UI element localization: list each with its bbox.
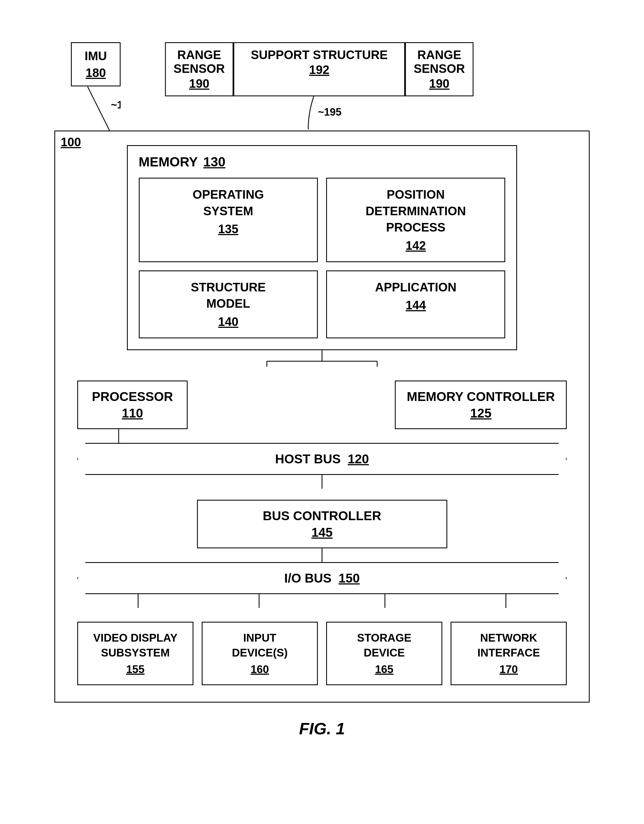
storage-device-num: 165 <box>331 662 437 676</box>
video-display-box: VIDEO DISPLAYSUBSYSTEM 155 <box>77 622 194 685</box>
host-bus-num: 120 <box>348 452 369 466</box>
imu-group: IMU 180 ~185 <box>71 42 121 131</box>
iobus-devices-svg <box>80 594 564 608</box>
proc-to-hostbus-connector <box>72 429 572 443</box>
imu-box: IMU 180 <box>71 42 121 86</box>
hostbus-busctrl-svg <box>311 475 333 489</box>
figure-label: FIG. 1 <box>54 719 590 738</box>
os-num: 135 <box>145 221 312 237</box>
os-label: OPERATINGSYSTEM <box>192 188 264 217</box>
memory-grid: OPERATINGSYSTEM 135 POSITIONDETERMINATIO… <box>139 178 506 338</box>
network-interface-label: NETWORKINTERFACE <box>477 632 540 659</box>
busctrl-to-iobus-connector <box>72 548 572 562</box>
pdp-num: 142 <box>332 237 499 254</box>
wire-195-label: ~195 <box>318 106 341 118</box>
memory-title: MEMORY 130 <box>139 154 506 169</box>
input-device-box: INPUTDEVICE(S) 160 <box>202 622 318 685</box>
host-bus-box: HOST BUS 120 <box>77 443 567 475</box>
bottom-devices-row: VIDEO DISPLAYSUBSYSTEM 155 INPUTDEVICE(S… <box>77 622 567 685</box>
application-label: APPLICATION <box>375 280 456 294</box>
input-device-num: 160 <box>207 662 313 676</box>
host-bus-label: HOST BUS <box>275 452 348 466</box>
support-structure-num: 192 <box>251 63 388 77</box>
pdp-label: POSITIONDETERMINATIONPROCESS <box>366 188 466 234</box>
bus-controller-num: 145 <box>214 525 430 540</box>
top-devices-row: IMU 180 ~185 RANGESENSOR 190 SUPP <box>54 42 590 131</box>
memory-item-os: OPERATINGSYSTEM 135 <box>139 178 318 262</box>
memory-controller-num: 125 <box>407 406 555 421</box>
main-computer-box: 100 MEMORY 130 OPERATINGSYSTEM 135 POSIT… <box>54 131 590 703</box>
video-display-label: VIDEO DISPLAYSUBSYSTEM <box>93 632 177 659</box>
io-bus-num: 150 <box>338 571 360 585</box>
structure-model-label: STRUCTUREMODEL <box>191 280 266 310</box>
mem-connector <box>72 350 572 367</box>
bus-controller-box: BUS CONTROLLER 145 <box>197 500 447 548</box>
memory-num: 130 <box>203 154 226 169</box>
center-support-group: RANGESENSOR 190 SUPPORT STRUCTURE 192 RA… <box>165 42 473 129</box>
memory-box: MEMORY 130 OPERATINGSYSTEM 135 POSITIOND… <box>127 145 517 350</box>
memory-label: MEMORY <box>139 154 198 169</box>
range-sensor-left-box: RANGESENSOR 190 <box>165 42 234 96</box>
processor-box: PROCESSOR 110 <box>77 381 188 429</box>
hostbus-to-busctrl-connector <box>72 475 572 489</box>
range-sensor-right-num: 190 <box>413 77 465 91</box>
imu-label: IMU <box>85 49 107 63</box>
application-num: 144 <box>332 297 499 313</box>
range-sensor-right-label: RANGESENSOR <box>413 48 465 75</box>
proc-to-hostbus-svg <box>108 429 130 443</box>
storage-device-box: STORAGEDEVICE 165 <box>326 622 442 685</box>
mem-to-proc-svg <box>239 350 405 367</box>
diagram-area: IMU 180 ~185 RANGESENSOR 190 SUPP <box>54 42 590 782</box>
wire-185-label: ~185 <box>111 99 121 111</box>
storage-device-label: STORAGEDEVICE <box>357 632 411 659</box>
imu-num: 180 <box>80 65 112 81</box>
video-display-num: 155 <box>83 662 188 676</box>
io-bus-box: I/O BUS 150 <box>77 562 567 594</box>
range-sensor-left-label: RANGESENSOR <box>174 48 225 75</box>
page: IMU 180 ~185 RANGESENSOR 190 SUPP <box>32 26 612 798</box>
range-sensor-left-num: 190 <box>174 77 225 91</box>
memory-item-application: APPLICATION 144 <box>326 271 505 338</box>
proc-row: PROCESSOR 110 MEMORY CONTROLLER 125 <box>72 381 572 429</box>
processor-label: PROCESSOR <box>92 389 173 404</box>
memory-controller-label: MEMORY CONTROLLER <box>407 389 555 404</box>
support-structure-label: SUPPORT STRUCTURE <box>251 48 388 61</box>
imu-wire-svg: ~185 <box>88 86 121 131</box>
bus-controller-label: BUS CONTROLLER <box>263 509 381 523</box>
iobus-to-devices-connector <box>72 594 572 608</box>
structure-model-num: 140 <box>145 314 312 330</box>
memory-controller-box: MEMORY CONTROLLER 125 <box>395 381 567 429</box>
memory-item-pdp: POSITIONDETERMINATIONPROCESS 142 <box>326 178 505 262</box>
processor-num: 110 <box>92 406 173 421</box>
io-bus-label: I/O BUS <box>284 571 338 585</box>
support-structure-box: SUPPORT STRUCTURE 192 <box>234 42 405 96</box>
main-box-num: 100 <box>61 135 81 149</box>
busctrl-iobus-svg <box>311 548 333 562</box>
range-support-row: RANGESENSOR 190 SUPPORT STRUCTURE 192 RA… <box>165 42 473 96</box>
network-interface-num: 170 <box>456 662 561 676</box>
network-interface-box: NETWORKINTERFACE 170 <box>450 622 567 685</box>
range-sensor-right-box: RANGESENSOR 190 <box>405 42 473 96</box>
memory-item-structure-model: STRUCTUREMODEL 140 <box>139 271 318 338</box>
center-wire-svg: ~195 <box>292 96 347 129</box>
input-device-label: INPUTDEVICE(S) <box>232 632 287 659</box>
